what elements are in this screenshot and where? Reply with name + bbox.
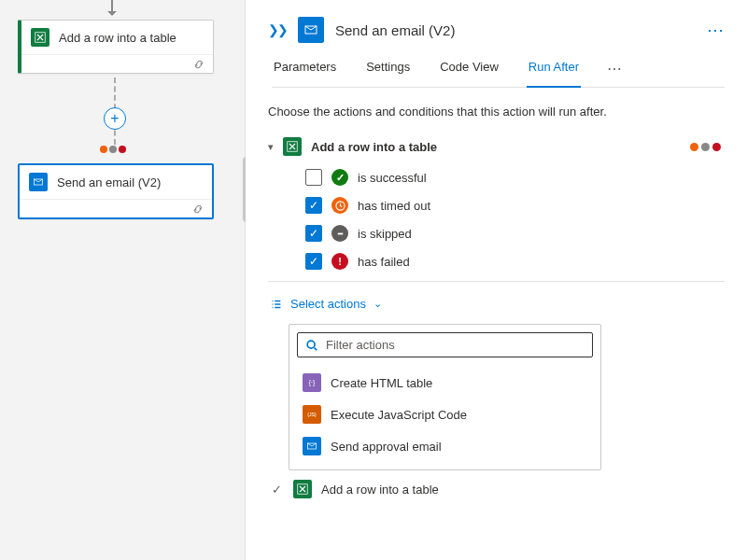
selected-action-row[interactable]: ✓ Add a row into a table [268,470,725,506]
alert-icon: ! [331,253,348,270]
search-icon [305,339,318,352]
tab-parameters[interactable]: Parameters [272,60,338,87]
option-label: Execute JavaScript Code [331,408,467,422]
checkbox-skipped[interactable] [305,225,322,242]
condition-row: is skipped [305,225,725,242]
code-icon: {JS} [303,405,321,424]
outlook-icon [29,173,48,191]
condition-label: is skipped [358,227,412,241]
condition-row: ✓ is successful [305,169,725,186]
connection-icon[interactable] [192,58,205,71]
more-menu-button[interactable]: ⋯ [707,20,725,40]
step-send-email[interactable]: Send an email (V2) [18,163,214,219]
step-add-row[interactable]: Add a row into a table [18,20,214,74]
check-icon: ✓ [272,483,282,497]
tab-settings[interactable]: Settings [364,60,412,87]
flow-canvas: Add a row into a table + Send an email (… [0,0,246,560]
collapse-panel-button[interactable]: ❯❯ [268,22,287,37]
success-icon: ✓ [331,169,348,186]
run-after-dots [100,146,126,153]
svg-text:{JS}: {JS} [307,412,317,417]
select-actions-label: Select actions [290,297,366,311]
outlook-icon [298,17,324,43]
chevron-down-icon[interactable]: ▾ [268,141,274,153]
actions-picker: {·} Create HTML table {JS} Execute JavaS… [289,324,601,470]
step-title: Add a row into a table [59,31,176,45]
clock-icon [331,197,348,214]
svg-point-6 [307,341,315,348]
arrow-down-icon [111,0,113,13]
tab-run-after[interactable]: Run After [527,60,581,88]
tab-code-view[interactable]: Code View [438,60,500,87]
option-execute-js[interactable]: {JS} Execute JavaScript Code [297,399,593,430]
option-label: Send approval email [331,440,442,454]
condition-label: is successful [358,171,427,185]
outlook-icon [303,437,321,455]
filter-input[interactable] [326,338,585,352]
excel-icon [283,137,302,156]
condition-row: has timed out [305,197,725,214]
list-icon [270,298,283,311]
connection-icon[interactable] [191,203,204,216]
operation-icon: {·} [303,373,321,392]
tab-bar: Parameters Settings Code View Run After … [272,60,725,88]
option-create-html-table[interactable]: {·} Create HTML table [297,367,593,399]
excel-icon [31,28,49,47]
option-label: Create HTML table [331,376,432,390]
details-panel: ❯❯ Send an email (V2) ⋯ Parameters Setti… [246,0,747,560]
svg-text:{·}: {·} [309,379,316,386]
minus-icon [331,225,348,242]
predecessor-action-name: Add a row into a table [311,140,681,154]
excel-icon [293,480,312,498]
condition-row: ! has failed [305,253,725,270]
condition-label: has failed [358,255,410,269]
checkbox-timed-out[interactable] [305,197,322,214]
step-title: Send an email (V2) [57,175,161,189]
panel-title: Send an email (V2) [335,22,696,38]
condition-label: has timed out [358,199,430,213]
filter-field[interactable] [297,332,593,357]
status-dots [690,143,721,151]
add-step-button[interactable]: + [104,107,126,130]
tabs-overflow-button[interactable]: ⋯ [607,60,622,87]
panel-description: Choose the actions and conditions that t… [268,105,725,119]
checkbox-failed[interactable] [305,253,322,270]
checkbox-successful[interactable] [305,169,322,186]
svg-line-7 [315,347,317,350]
option-send-approval[interactable]: Send approval email [297,430,593,462]
separator [268,281,725,282]
selected-action-label: Add a row into a table [321,483,439,497]
chevron-down-icon: ⌄ [374,298,382,310]
select-actions-button[interactable]: Select actions ⌄ [268,297,725,311]
